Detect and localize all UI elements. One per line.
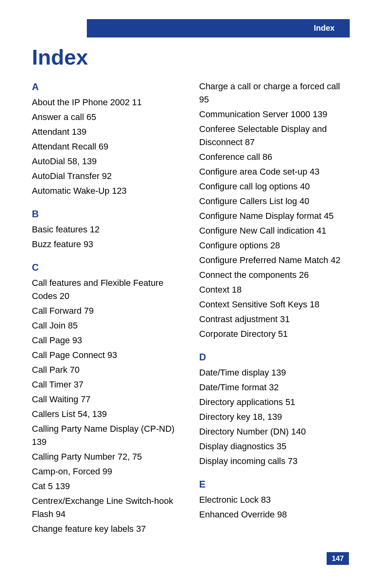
index-entry: Cat 5 139 [32,480,183,493]
index-entry: Directory key 18, 139 [199,410,351,423]
page-title: Index [32,45,88,69]
index-entry: Conference call 86 [199,150,351,163]
index-entry: Date/Time format 32 [199,381,351,394]
index-entry: Display incoming calls 73 [199,454,351,468]
index-entry: Call Forward 79 [32,304,183,317]
index-entry: Directory applications 51 [199,395,351,409]
index-entry: Electronic Lock 83 [199,493,351,506]
index-entry: Context Sensitive Soft Keys 18 [199,298,351,311]
index-entry: Attendant 139 [32,125,183,138]
index-entry: Call features and Flexible Feature Codes… [32,276,183,303]
index-entry: Call Timer 37 [32,378,183,391]
index-entry: Directory Number (DN) 140 [199,425,351,438]
index-entry: Call Page 93 [32,334,183,347]
index-entry: About the IP Phone 2002 11 [32,96,183,109]
index-entry: Display diagnostics 35 [199,440,351,453]
index-entry: Date/Time display 139 [199,366,351,379]
index-entry: Configure New Call indication 41 [199,224,351,237]
index-entry: Call Waiting 77 [32,393,183,406]
index-entry: Calling Party Name Display (CP-ND) 139 [32,422,183,448]
index-entry: Basic features 12 [32,223,183,236]
index-entry: Callers List 54, 139 [32,407,183,421]
index-entry: Change feature key labels 37 [32,522,183,535]
index-entry: AutoDial Transfer 92 [32,169,183,183]
header-tab-label: Index [314,24,335,33]
index-entry: Charge a call or charge a forced call 95 [199,80,351,106]
index-entry: Call Park 70 [32,363,183,376]
index-column-right: Charge a call or charge a forced call 95… [199,80,351,537]
section-letter-b: B [32,207,183,221]
index-entry: Conferee Selectable Display and Disconne… [199,122,351,149]
page-number: 147 [327,552,349,565]
page: Index Index A About the IP Phone 2002 11… [0,0,380,588]
index-entry: Connect the components 26 [199,268,351,281]
index-entry: Call Join 85 [32,319,183,332]
index-entry: Calling Party Number 72, 75 [32,450,183,463]
index-entry: Answer a call 65 [32,110,183,124]
section-letter-d: D [199,350,351,364]
index-entry: Configure area Code set-up 43 [199,165,351,178]
index-entry: Buzz feature 93 [32,238,183,251]
index-entry: Camp-on, Forced 99 [32,465,183,478]
index-entry: Automatic Wake-Up 123 [32,184,183,197]
index-entry: Context 18 [199,283,351,296]
index-entry: Configure options 28 [199,239,351,252]
index-entry: Configure call log options 40 [199,180,351,193]
section-letter-a: A [32,80,183,94]
index-column-left: A About the IP Phone 2002 11 Answer a ca… [32,80,183,537]
index-content: A About the IP Phone 2002 11 Answer a ca… [32,80,351,537]
index-entry: Communication Server 1000 139 [199,108,351,121]
index-entry: AutoDial 58, 139 [32,155,183,168]
section-letter-e: E [199,477,351,492]
index-entry: Configure Preferred Name Match 42 [199,254,351,267]
index-entry: Centrex/Exchange Line Switch-hook Flash … [32,494,183,521]
index-entry: Contrast adjustment 31 [199,313,351,326]
header-tab: Index [87,19,350,37]
index-entry: Configure Name Display format 45 [199,209,351,222]
index-entry: Enhanced Override 98 [199,508,351,521]
index-entry: Attendant Recall 69 [32,140,183,153]
section-letter-c: C [32,260,183,275]
index-entry: Corporate Directory 51 [199,327,351,340]
index-entry: Call Page Connect 93 [32,348,183,362]
index-entry: Configure Callers List log 40 [199,195,351,208]
